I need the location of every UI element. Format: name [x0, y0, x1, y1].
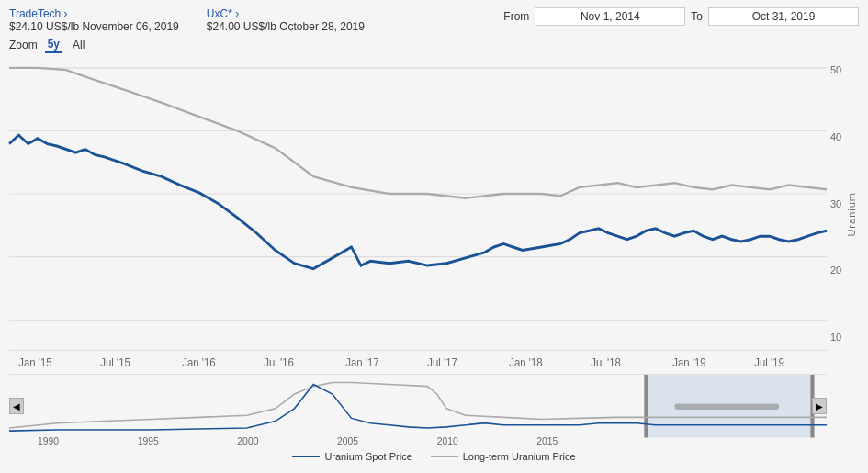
uxc-link[interactable]: UxC* › [207, 7, 365, 20]
legend-longterm-label: Long-term Uranium Price [463, 451, 576, 462]
uxc-block: UxC* › $24.00 US$/lb October 28, 2019 [207, 7, 365, 33]
svg-text:2005: 2005 [337, 436, 358, 446]
header-left: TradeTech › $24.10 US$/lb November 06, 2… [9, 7, 365, 33]
main-chart-area: Jan '15 Jul '15 Jan '16 Jul '16 Jan '17 … [9, 57, 827, 372]
legend: Uranium Spot Price Long-term Uranium Pri… [9, 447, 859, 466]
svg-text:2000: 2000 [237, 436, 258, 446]
zoom-all-button[interactable]: All [70, 38, 87, 52]
svg-text:Jan '17: Jan '17 [345, 355, 379, 369]
navigator-left-handle[interactable] [644, 375, 648, 437]
svg-text:Jan '16: Jan '16 [182, 355, 216, 369]
tradetech-block: TradeTech › $24.10 US$/lb November 06, 2… [9, 7, 179, 33]
y-tick-50: 50 [827, 64, 859, 75]
navigator-area[interactable]: 1990 1995 2000 2005 2010 2015 ◀ ▶ [9, 374, 827, 447]
svg-text:2015: 2015 [536, 436, 558, 446]
zoom-5y-button[interactable]: 5y [45, 37, 62, 53]
legend-spot-line [292, 456, 320, 457]
date-range: From To [503, 7, 859, 26]
svg-text:1990: 1990 [38, 436, 59, 446]
y-tick-10: 10 [827, 332, 859, 343]
legend-longterm-line [431, 456, 458, 457]
svg-text:2010: 2010 [437, 436, 458, 446]
main-container: TradeTech › $24.10 US$/lb November 06, 2… [0, 0, 868, 473]
navigator-scroll-right[interactable]: ▶ [812, 398, 827, 414]
y-axis: 50 40 30 20 10 Uranium [827, 57, 859, 372]
svg-text:1995: 1995 [138, 436, 159, 446]
svg-text:Jul '19: Jul '19 [754, 355, 784, 369]
uxc-price: $24.00 US$/lb October 28, 2019 [207, 20, 365, 33]
y-tick-40: 40 [827, 131, 859, 142]
svg-text:Jul '18: Jul '18 [591, 355, 621, 369]
to-label: To [691, 10, 703, 23]
navigator-svg: 1990 1995 2000 2005 2010 2015 [9, 375, 827, 447]
header: TradeTech › $24.10 US$/lb November 06, 2… [9, 7, 859, 33]
navigator-scroll-left[interactable]: ◀ [9, 398, 24, 414]
to-date-input[interactable] [708, 7, 859, 26]
svg-text:Jul '16: Jul '16 [264, 355, 294, 369]
legend-spot-label: Uranium Spot Price [324, 451, 411, 462]
svg-text:Jul '17: Jul '17 [427, 355, 457, 369]
main-chart-wrapper: Jan '15 Jul '15 Jan '16 Jul '16 Jan '17 … [9, 57, 859, 372]
legend-longterm: Long-term Uranium Price [431, 451, 576, 462]
y-tick-20: 20 [827, 265, 859, 276]
tradetech-link[interactable]: TradeTech › [9, 7, 179, 20]
zoom-row: Zoom 5y All [9, 37, 859, 53]
svg-text:Jan '19: Jan '19 [672, 355, 706, 369]
longterm-price-line [9, 68, 827, 198]
from-label: From [503, 10, 529, 23]
navigator-scroll-indicator [674, 404, 779, 410]
svg-text:Jul '15: Jul '15 [100, 355, 130, 369]
tradetech-price: $24.10 US$/lb November 06, 2019 [9, 20, 179, 33]
zoom-label: Zoom [9, 39, 38, 51]
from-date-input[interactable] [535, 7, 685, 26]
spot-price-line [9, 135, 827, 268]
uranium-label: Uranium [846, 192, 857, 237]
navigator-wrapper: 1990 1995 2000 2005 2010 2015 ◀ ▶ [9, 374, 859, 447]
main-chart-svg: Jan '15 Jul '15 Jan '16 Jul '16 Jan '17 … [9, 57, 827, 372]
navigator-right-spacer [827, 374, 859, 447]
legend-spot: Uranium Spot Price [292, 451, 411, 462]
svg-text:Jan '18: Jan '18 [509, 355, 543, 369]
svg-text:Jan '15: Jan '15 [18, 355, 52, 369]
